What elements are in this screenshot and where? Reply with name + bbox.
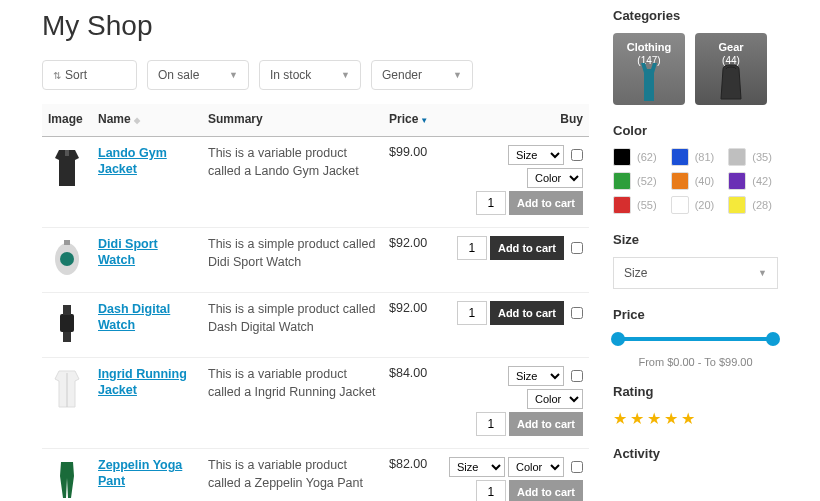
filter-gender[interactable]: Gender▼ xyxy=(371,60,473,90)
star-icon[interactable]: ★ xyxy=(647,409,661,428)
add-to-cart-button[interactable]: Add to cart xyxy=(509,412,583,436)
activity-heading: Activity xyxy=(613,446,778,461)
star-icon[interactable]: ★ xyxy=(613,409,627,428)
color-heading: Color xyxy=(613,123,778,138)
size-select[interactable]: Size▼ xyxy=(613,257,778,289)
chevron-down-icon: ▼ xyxy=(229,70,238,80)
price-slider[interactable] xyxy=(613,332,778,346)
category-gear[interactable]: Gear (44) xyxy=(695,33,767,105)
svg-point-1 xyxy=(60,252,74,266)
table-row: Dash Digital Watch This is a simple prod… xyxy=(42,293,589,358)
quantity-input[interactable] xyxy=(457,301,487,325)
quantity-input[interactable] xyxy=(476,412,506,436)
product-price: $92.00 xyxy=(383,228,443,293)
col-name[interactable]: Name ◆ xyxy=(92,104,202,137)
add-to-cart-button[interactable]: Add to cart xyxy=(509,480,583,501)
color-count: (52) xyxy=(637,175,657,187)
quantity-input[interactable] xyxy=(457,236,487,260)
filter-onsale[interactable]: On sale▼ xyxy=(147,60,249,90)
color-swatch-item[interactable]: (81) xyxy=(671,148,721,166)
backpack-icon xyxy=(713,63,749,103)
product-name-link[interactable]: Zeppelin Yoga Pant xyxy=(98,458,182,488)
product-name-link[interactable]: Lando Gym Jacket xyxy=(98,146,167,176)
star-icon[interactable]: ★ xyxy=(664,409,678,428)
svg-rect-2 xyxy=(64,240,70,245)
product-summary: This is a simple product called Dash Dig… xyxy=(202,293,383,358)
color-swatch xyxy=(613,172,631,190)
product-thumbnail[interactable] xyxy=(48,366,86,410)
color-swatch-item[interactable]: (52) xyxy=(613,172,663,190)
star-icon[interactable]: ★ xyxy=(630,409,644,428)
color-count: (42) xyxy=(752,175,772,187)
add-to-cart-button[interactable]: Add to cart xyxy=(490,236,564,260)
products-table: Image Name ◆ Summary Price▼ Buy Lando Gy… xyxy=(42,104,589,501)
rating-stars: ★ ★ ★ ★ ★ xyxy=(613,409,778,428)
col-price[interactable]: Price▼ xyxy=(383,104,443,137)
color-swatch xyxy=(671,172,689,190)
color-swatch-item[interactable]: (20) xyxy=(671,196,721,214)
svg-rect-5 xyxy=(63,332,71,342)
product-thumbnail[interactable] xyxy=(48,145,86,189)
sort-button[interactable]: ⇅Sort xyxy=(42,60,137,90)
chevron-down-icon: ▼ xyxy=(758,268,767,278)
size-heading: Size xyxy=(613,232,778,247)
add-to-cart-button[interactable]: Add to cart xyxy=(490,301,564,325)
product-price: $82.00 xyxy=(383,449,443,502)
color-swatch-item[interactable]: (28) xyxy=(728,196,778,214)
col-summary: Summary xyxy=(202,104,383,137)
color-swatch-item[interactable]: (42) xyxy=(728,172,778,190)
product-thumbnail[interactable] xyxy=(48,301,86,345)
color-swatch-item[interactable]: (35) xyxy=(728,148,778,166)
quantity-input[interactable] xyxy=(476,480,506,501)
chevron-down-icon: ▼ xyxy=(453,70,462,80)
size-select[interactable]: Size xyxy=(508,145,564,165)
color-swatch xyxy=(613,196,631,214)
size-select[interactable]: Size xyxy=(449,457,505,477)
color-select[interactable]: Color xyxy=(527,389,583,409)
category-clothing[interactable]: Clothing (147) xyxy=(613,33,685,105)
color-select[interactable]: Color xyxy=(508,457,564,477)
table-row: Zeppelin Yoga Pant This is a variable pr… xyxy=(42,449,589,502)
chevron-down-icon: ▼ xyxy=(341,70,350,80)
table-row: Didi Sport Watch This is a simple produc… xyxy=(42,228,589,293)
color-count: (20) xyxy=(695,199,715,211)
color-swatch xyxy=(613,148,631,166)
category-label: Gear xyxy=(695,41,767,53)
star-icon[interactable]: ★ xyxy=(681,409,695,428)
color-swatch-item[interactable]: (62) xyxy=(613,148,663,166)
row-checkbox[interactable] xyxy=(571,461,583,473)
color-swatch xyxy=(728,148,746,166)
slider-handle-max[interactable] xyxy=(766,332,780,346)
color-select[interactable]: Color xyxy=(527,168,583,188)
color-count: (62) xyxy=(637,151,657,163)
sort-icon: ⇅ xyxy=(53,70,61,81)
color-swatch xyxy=(671,148,689,166)
row-checkbox[interactable] xyxy=(571,149,583,161)
table-row: Lando Gym Jacket This is a variable prod… xyxy=(42,137,589,228)
product-summary: This is a variable product called a Zepp… xyxy=(202,449,383,502)
color-count: (55) xyxy=(637,199,657,211)
row-checkbox[interactable] xyxy=(571,370,583,382)
page-title: My Shop xyxy=(42,10,589,42)
product-price: $92.00 xyxy=(383,293,443,358)
add-to-cart-button[interactable]: Add to cart xyxy=(509,191,583,215)
row-checkbox[interactable] xyxy=(571,307,583,319)
product-name-link[interactable]: Ingrid Running Jacket xyxy=(98,367,187,397)
product-thumbnail[interactable] xyxy=(48,457,86,501)
row-checkbox[interactable] xyxy=(571,242,583,254)
product-price: $99.00 xyxy=(383,137,443,228)
col-image: Image xyxy=(42,104,92,137)
filter-instock[interactable]: In stock▼ xyxy=(259,60,361,90)
product-price: $84.00 xyxy=(383,358,443,449)
slider-handle-min[interactable] xyxy=(611,332,625,346)
color-count: (40) xyxy=(695,175,715,187)
color-swatch-item[interactable]: (55) xyxy=(613,196,663,214)
color-swatch-item[interactable]: (40) xyxy=(671,172,721,190)
product-name-link[interactable]: Didi Sport Watch xyxy=(98,237,158,267)
product-thumbnail[interactable] xyxy=(48,236,86,280)
size-select[interactable]: Size xyxy=(508,366,564,386)
category-label: Clothing xyxy=(613,41,685,53)
quantity-input[interactable] xyxy=(476,191,506,215)
product-name-link[interactable]: Dash Digital Watch xyxy=(98,302,170,332)
product-summary: This is a variable product called a Land… xyxy=(202,137,383,228)
